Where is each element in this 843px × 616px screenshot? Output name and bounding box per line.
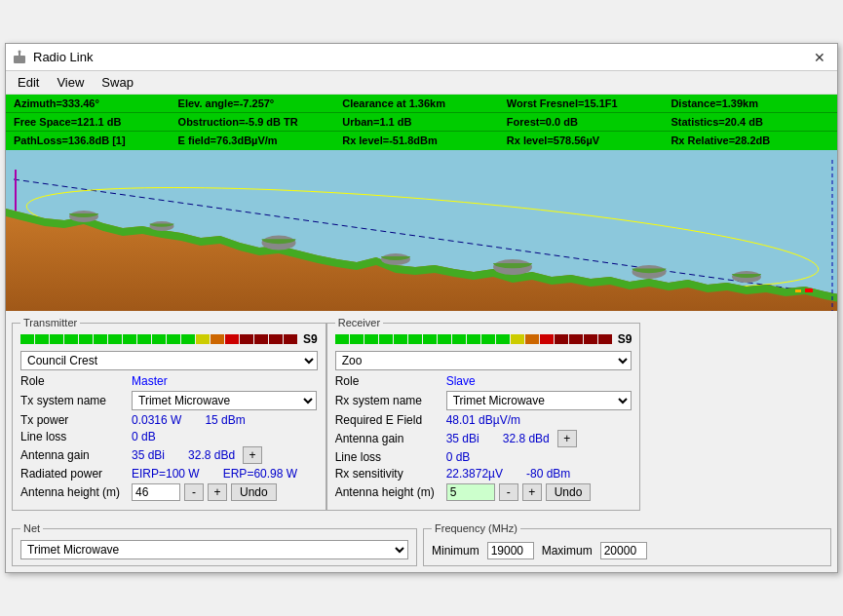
- menu-swap[interactable]: Swap: [97, 73, 137, 92]
- rx-antenna-gain-plus-button[interactable]: +: [557, 430, 577, 447]
- rx-antenna-height-plus[interactable]: +: [522, 483, 542, 501]
- rx-seg-16: [555, 334, 568, 344]
- tx-seg-7: [108, 334, 122, 344]
- info-pathloss: PathLoss=136.8dB [1]: [12, 134, 174, 147]
- rx-role-row: Role Slave: [335, 374, 632, 388]
- rx-role-value: Slave: [446, 374, 476, 388]
- tx-s9-label: S9: [303, 332, 318, 346]
- rx-seg-2: [350, 334, 364, 344]
- transmitter-location-select[interactable]: Council Crest: [20, 351, 318, 370]
- net-select[interactable]: Trimet Microwave: [20, 540, 408, 559]
- menu-view[interactable]: View: [53, 73, 88, 92]
- menu-edit[interactable]: Edit: [14, 73, 43, 92]
- tx-seg-2: [35, 334, 49, 344]
- tx-system-name-label: Tx system name: [20, 394, 128, 407]
- tx-seg-13: [196, 334, 210, 344]
- rx-seg-3: [364, 334, 378, 344]
- rx-seg-5: [394, 334, 407, 344]
- rx-seg-6: [408, 334, 422, 344]
- tx-undo-button[interactable]: Undo: [231, 483, 277, 501]
- rx-seg-1: [335, 334, 349, 344]
- rx-required-e-field-label: Required E Field: [335, 413, 442, 427]
- info-rx-level-dbm: Rx level=-51.8dBm: [340, 134, 503, 147]
- tx-seg-3: [50, 334, 63, 344]
- frequency-minimum-input[interactable]: [487, 542, 534, 559]
- rx-antenna-gain-label: Antenna gain: [335, 432, 442, 445]
- tx-seg-16: [240, 334, 253, 344]
- tx-seg-19: [284, 334, 297, 344]
- info-urban: Urban=1.1 dB: [340, 115, 503, 129]
- window-title: Radio Link: [33, 50, 93, 64]
- title-bar: Radio Link ✕: [6, 44, 837, 71]
- rx-seg-7: [423, 334, 437, 344]
- rx-required-e-field-row: Required E Field 48.01 dBµV/m: [335, 413, 632, 427]
- tx-radiated-power-label: Radiated power: [20, 467, 128, 481]
- transmitter-title: Transmitter: [20, 317, 80, 328]
- tx-signal-segments: [20, 334, 297, 344]
- info-free-space: Free Space=121.1 dB: [12, 115, 174, 129]
- tx-seg-14: [211, 334, 224, 344]
- info-rx-relative: Rx Relative=28.2dB: [669, 134, 831, 147]
- tx-antenna-height-row: Antenna height (m) 46 - + Undo: [20, 483, 318, 501]
- tx-antenna-height-input[interactable]: 46: [132, 483, 180, 501]
- rx-seg-9: [452, 334, 466, 344]
- tx-antenna-height-plus[interactable]: +: [208, 483, 227, 501]
- rx-line-loss-label: Line loss: [335, 450, 442, 464]
- tx-system-name-select[interactable]: Trimet Microwave: [132, 391, 317, 410]
- frequency-maximum-input[interactable]: [600, 542, 647, 559]
- rx-seg-18: [584, 334, 597, 344]
- rx-system-name-select[interactable]: Trimet Microwave: [446, 391, 632, 410]
- rx-antenna-height-input[interactable]: [446, 483, 495, 501]
- rx-s9-label: S9: [618, 332, 632, 346]
- info-clearance: Clearance at 1.36km: [340, 96, 503, 110]
- net-title: Net: [20, 522, 43, 534]
- tx-line-loss-row: Line loss 0 dB: [20, 430, 318, 443]
- frequency-panel: Frequency (MHz) Minimum Maximum: [423, 522, 831, 566]
- tx-seg-10: [152, 334, 166, 344]
- rx-sensitivity-label: Rx sensitivity: [335, 467, 442, 481]
- receiver-location-select[interactable]: Zoo: [335, 351, 632, 370]
- rx-antenna-height-label: Antenna height (m): [335, 485, 442, 499]
- tx-antenna-height-minus[interactable]: -: [184, 483, 204, 501]
- main-window: Radio Link ✕ Edit View Swap Azimuth=333.…: [5, 43, 838, 573]
- frequency-row: Minimum Maximum: [432, 542, 823, 559]
- rx-sensitivity-row: Rx sensitivity 22.3872µV -80 dBm: [335, 467, 632, 481]
- svg-rect-0: [14, 56, 25, 63]
- close-button[interactable]: ✕: [808, 50, 831, 65]
- tx-radiated-power-value1: EIRP=100 W: [132, 467, 200, 481]
- tx-antenna-gain-label: Antenna gain: [20, 448, 128, 462]
- tx-power-value1: 0.0316 W: [132, 413, 181, 427]
- tx-seg-17: [254, 334, 268, 344]
- tx-antenna-gain-value1: 35 dBi: [132, 448, 165, 462]
- rx-antenna-gain-value2: 32.8 dBd: [503, 432, 550, 445]
- rx-undo-button[interactable]: Undo: [546, 483, 592, 501]
- receiver-title: Receiver: [335, 317, 383, 328]
- rx-line-loss-value: 0 dB: [446, 450, 471, 464]
- tx-seg-12: [181, 334, 195, 344]
- frequency-minimum-label: Minimum: [432, 544, 479, 558]
- tx-seg-1: [20, 334, 34, 344]
- tx-seg-9: [137, 334, 151, 344]
- tx-seg-11: [167, 334, 180, 344]
- rx-seg-11: [481, 334, 495, 344]
- tx-antenna-gain-plus-button[interactable]: +: [243, 446, 262, 464]
- rx-system-name-label: Rx system name: [335, 394, 442, 407]
- rx-role-label: Role: [335, 374, 442, 388]
- rx-antenna-height-row: Antenna height (m) - + Undo: [335, 483, 632, 501]
- tx-line-loss-label: Line loss: [20, 430, 128, 443]
- tx-seg-5: [79, 334, 93, 344]
- info-bar-row2: Free Space=121.1 dB Obstruction=-5.9 dB …: [6, 112, 837, 131]
- tx-antenna-height-label: Antenna height (m): [20, 485, 128, 499]
- info-elev-angle: Elev. angle=-7.257°: [176, 96, 339, 110]
- tx-role-row: Role Master: [20, 374, 318, 388]
- frequency-maximum-label: Maximum: [542, 544, 593, 558]
- tx-seg-4: [64, 334, 78, 344]
- rx-sensitivity-value1: 22.3872µV: [446, 467, 503, 481]
- rx-seg-13: [511, 334, 524, 344]
- tx-seg-15: [225, 334, 239, 344]
- tx-role-label: Role: [20, 374, 128, 388]
- tx-power-row: Tx power 0.0316 W 15 dBm: [20, 413, 318, 427]
- frequency-title: Frequency (MHz): [432, 522, 520, 534]
- info-bar-row3: PathLoss=136.8dB [1] E field=76.3dBµV/m …: [6, 131, 837, 150]
- rx-antenna-height-minus[interactable]: -: [499, 483, 518, 501]
